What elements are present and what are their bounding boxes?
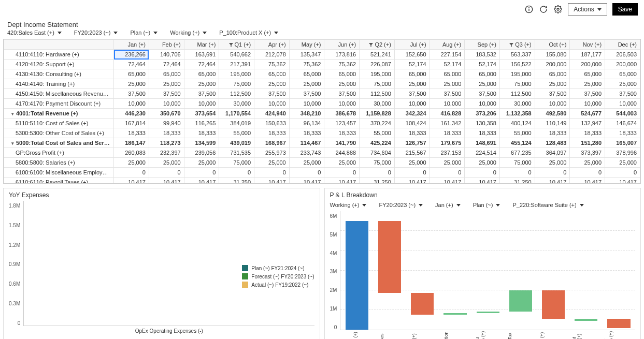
grid-cell[interactable]: 108,424 xyxy=(394,119,430,128)
filter-dropdown[interactable]: P_220:Software Suite (+) xyxy=(512,202,583,208)
grid-cell[interactable]: 161,342 xyxy=(430,119,465,128)
grid-cell[interactable]: 75,362 xyxy=(324,60,360,69)
grid-cell[interactable]: 75,000 xyxy=(219,158,254,168)
grid-cell[interactable]: 10,417 xyxy=(430,178,465,184)
grid-cell[interactable]: 439,019 xyxy=(219,138,254,148)
grid-cell[interactable]: 233,743 xyxy=(289,148,324,158)
grid-cell[interactable]: 72,464 xyxy=(184,60,219,69)
grid-cell[interactable]: 10,000 xyxy=(324,99,360,109)
grid-cell[interactable]: 25,000 xyxy=(465,158,500,168)
grid-cell[interactable]: 134,599 xyxy=(184,138,219,148)
grid-cell[interactable]: 10,000 xyxy=(535,99,570,109)
grid-cell[interactable]: 10,417 xyxy=(605,178,640,184)
waterfall-bar[interactable] xyxy=(509,290,532,312)
grid-cell[interactable]: 116,265 xyxy=(184,119,219,128)
grid-cell[interactable]: 18,333 xyxy=(605,128,640,138)
grid-cell[interactable]: 195,000 xyxy=(219,69,254,79)
row-label-cell[interactable]: 6110:6110: Payroll Taxes (+) xyxy=(4,178,114,184)
grid-cell[interactable]: 10,417 xyxy=(465,178,500,184)
grid-cell[interactable]: 200,000 xyxy=(605,60,640,69)
grid-cell[interactable]: 37,500 xyxy=(430,89,465,99)
grid-cell[interactable]: 65,000 xyxy=(254,69,290,79)
grid-cell[interactable]: 0 xyxy=(219,168,254,178)
grid-cell[interactable]: 10,000 xyxy=(289,99,324,109)
grid-cell[interactable]: 25,000 xyxy=(394,158,430,168)
grid-cell[interactable]: 168,967 xyxy=(254,138,290,148)
grid-cell[interactable]: 75,000 xyxy=(499,158,535,168)
grid-cell[interactable]: 10,000 xyxy=(430,99,465,109)
grid-cell[interactable]: 152,650 xyxy=(394,50,430,60)
grid-cell[interactable]: 155,080 xyxy=(535,50,570,60)
grid-cell[interactable]: 0 xyxy=(570,168,605,178)
waterfall-bar[interactable] xyxy=(607,319,630,328)
grid-cell[interactable]: 148,691 xyxy=(465,138,500,148)
grid-cell[interactable]: 30,000 xyxy=(219,99,254,109)
grid-cell[interactable]: 378,996 xyxy=(605,148,640,158)
grid-cell[interactable]: 75,000 xyxy=(219,79,254,89)
grid-cell[interactable]: 10,417 xyxy=(570,178,605,184)
grid-cell[interactable]: 151,280 xyxy=(570,138,605,148)
grid-cell[interactable]: 0 xyxy=(465,168,500,178)
grid-cell[interactable]: 232,397 xyxy=(149,148,184,158)
grid-cell[interactable]: 384,019 xyxy=(219,119,254,128)
grid-cell[interactable]: 10,417 xyxy=(289,178,324,184)
row-label-cell[interactable]: 5300:5300: Other Cost of Sales (+) xyxy=(4,128,114,138)
grid-cell[interactable]: 186,147 xyxy=(114,138,149,148)
grid-cell[interactable]: 30,000 xyxy=(499,99,535,109)
waterfall-bar[interactable] xyxy=(346,221,368,330)
grid-cell[interactable]: 734,604 xyxy=(360,148,395,158)
grid-cell[interactable]: 348,210 xyxy=(289,109,324,119)
column-header[interactable]: Jun (+) xyxy=(324,40,360,50)
grid-cell[interactable]: 65,000 xyxy=(430,69,465,79)
gear-icon[interactable] xyxy=(553,5,563,14)
row-label-cell[interactable]: 4120:4120: Support (+) xyxy=(4,60,114,69)
grid-cell[interactable]: 373,397 xyxy=(570,148,605,158)
row-label-cell[interactable]: ▾4001:Total Revenue (+) xyxy=(4,109,114,119)
filter-dropdown[interactable]: Working (+) xyxy=(170,30,207,36)
grid-cell[interactable]: 10,417 xyxy=(394,178,430,184)
grid-cell[interactable]: 173,816 xyxy=(324,50,360,60)
grid-cell[interactable]: 156,522 xyxy=(499,60,535,69)
column-header[interactable]: Q2 (+) xyxy=(360,40,395,50)
grid-cell[interactable]: 132,947 xyxy=(570,119,605,128)
grid-cell[interactable]: 731,535 xyxy=(219,148,254,158)
row-label-cell[interactable]: 6100:6100: Miscellaneous Employee Expens… xyxy=(4,168,114,178)
grid-cell[interactable]: 123,457 xyxy=(324,119,360,128)
grid-cell[interactable]: 10,000 xyxy=(605,99,640,109)
grid-cell[interactable]: 373,206 xyxy=(465,109,500,119)
grid-cell[interactable]: 10,417 xyxy=(324,178,360,184)
grid-cell[interactable]: 10,417 xyxy=(149,178,184,184)
info-icon[interactable] xyxy=(524,5,534,14)
grid-cell[interactable]: 18,333 xyxy=(149,128,184,138)
grid-cell[interactable]: 179,675 xyxy=(430,138,465,148)
grid-cell[interactable]: 31,250 xyxy=(360,178,395,184)
grid-cell[interactable]: 215,567 xyxy=(394,148,430,158)
grid-cell[interactable]: 386,678 xyxy=(324,109,360,119)
grid-cell[interactable]: 30,000 xyxy=(360,99,395,109)
column-header[interactable]: Sep (+) xyxy=(465,40,500,50)
column-header[interactable]: Jan (+) xyxy=(114,40,149,50)
filter-dropdown[interactable]: FY20:2023 (~) xyxy=(74,30,118,36)
grid-cell[interactable]: 200,000 xyxy=(535,60,570,69)
grid-cell[interactable]: 163,691 xyxy=(184,50,219,60)
row-label-cell[interactable]: 4140:4140: Training (+) xyxy=(4,79,114,89)
grid-cell[interactable]: 187,177 xyxy=(570,50,605,60)
grid-cell[interactable]: 1,132,358 xyxy=(499,109,535,119)
grid-cell[interactable]: 10,000 xyxy=(394,99,430,109)
grid-cell[interactable]: 255,973 xyxy=(254,148,290,158)
grid-cell[interactable]: 10,000 xyxy=(570,99,605,109)
grid-cell[interactable]: 37,500 xyxy=(605,89,640,99)
grid-cell[interactable]: 37,500 xyxy=(254,89,290,99)
grid-cell[interactable]: 10,000 xyxy=(254,99,290,109)
grid-cell[interactable]: 75,000 xyxy=(499,79,535,89)
grid-cell[interactable]: 237,153 xyxy=(430,148,465,158)
grid-cell[interactable]: 540,662 xyxy=(219,50,254,60)
row-label-cell[interactable]: GP:Gross Profit (+) xyxy=(4,148,114,158)
grid-cell[interactable]: 10,000 xyxy=(465,99,500,109)
grid-cell[interactable]: 212,078 xyxy=(254,50,290,60)
grid-cell[interactable]: 25,000 xyxy=(430,158,465,168)
legend-item[interactable]: Plan (~) FY21:2024 (~) xyxy=(242,265,314,271)
grid-cell[interactable]: 128,483 xyxy=(535,138,570,148)
grid-cell[interactable]: 55,000 xyxy=(360,128,395,138)
grid-cell[interactable]: 55,000 xyxy=(499,128,535,138)
